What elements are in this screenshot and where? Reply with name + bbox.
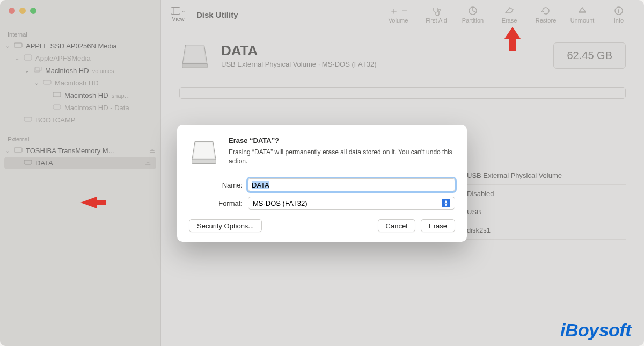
watermark-logo: iBoysoft	[560, 320, 631, 341]
chevron-down-icon: ⌄	[34, 80, 40, 86]
restore-button[interactable]: Restore	[530, 5, 561, 24]
container-icon	[24, 54, 32, 62]
format-label: Format:	[205, 199, 243, 207]
svg-rect-5	[53, 92, 61, 97]
external-disk-large-icon	[179, 40, 210, 71]
svg-rect-10	[171, 8, 180, 15]
sidebar-item-bootcamp[interactable]: BOOTCAMP	[0, 114, 160, 126]
svg-rect-16	[618, 10, 619, 13]
info-row: USB	[465, 203, 626, 221]
toolbar-label: Restore	[536, 17, 557, 24]
sidebar-toggle-icon: ⌄	[171, 7, 186, 15]
annotation-arrow-icon	[503, 27, 522, 51]
zoom-window-button[interactable]	[30, 8, 36, 14]
svg-rect-4	[43, 80, 51, 84]
svg-rect-1	[24, 55, 32, 60]
close-window-button[interactable]	[9, 8, 15, 14]
sidebar-item-macintosh-hd-container[interactable]: ⌄ Macintosh HD volumes	[0, 64, 160, 77]
info-row: Disabled	[465, 185, 626, 203]
format-select[interactable]: MS-DOS (FAT32) ▲▼	[248, 197, 455, 210]
dialog-title: Erase “DATA”?	[229, 136, 455, 145]
sidebar-item-label: Macintosh HD	[55, 79, 99, 87]
sidebar-item-label: APPLE SSD AP0256N Media	[26, 42, 117, 50]
sidebar-item-sublabel: snap…	[112, 92, 130, 99]
svg-rect-0	[14, 43, 22, 47]
first-aid-button[interactable]: First Aid	[421, 5, 452, 24]
sidebar-item-apple-ssd[interactable]: ⌄ APPLE SSD AP0256N Media	[0, 40, 160, 52]
sidebar-section-internal: Internal	[0, 27, 160, 40]
unmount-button[interactable]: Unmount	[567, 5, 598, 24]
sidebar: Internal ⌄ APPLE SSD AP0256N Media ⌄ App…	[0, 0, 161, 346]
plus-minus-icon: ＋ −	[389, 5, 407, 16]
svg-rect-7	[24, 117, 32, 121]
external-disk-icon	[14, 147, 23, 155]
external-volume-icon	[24, 159, 32, 167]
volume-icon	[53, 91, 61, 99]
chevron-down-icon: ⌄	[181, 8, 186, 13]
partition-button[interactable]: Partition	[457, 5, 488, 24]
chevron-down-icon: ⌄	[5, 148, 11, 154]
external-disk-large-icon	[189, 136, 219, 167]
info-button[interactable]: Info	[603, 5, 634, 24]
sidebar-item-macintosh-hd-data[interactable]: Macintosh HD - Data	[0, 102, 160, 114]
window-title: Disk Utility	[196, 10, 238, 19]
svg-rect-3	[36, 67, 41, 71]
view-menu-button[interactable]: ⌄ View	[171, 7, 186, 22]
sidebar-item-macintosh-hd-vol[interactable]: ⌄ Macintosh HD	[0, 77, 160, 89]
toolbar-label: First Aid	[426, 17, 447, 24]
erase-confirm-button[interactable]: Erase	[421, 219, 455, 232]
info-icon	[614, 5, 624, 16]
erase-button[interactable]: Erase	[494, 5, 525, 24]
window-traffic-lights[interactable]	[9, 8, 36, 14]
minimize-window-button[interactable]	[19, 8, 26, 14]
sidebar-item-label: Macintosh HD	[45, 67, 89, 75]
chevron-down-icon: ⌄	[15, 55, 20, 61]
info-row: disk2s1	[465, 221, 626, 240]
chevron-down-icon: ⌄	[25, 68, 30, 74]
sidebar-item-sublabel: volumes	[92, 68, 114, 74]
erase-dialog: Erase “DATA”? Erasing “DATA” will perman…	[177, 125, 467, 242]
sidebar-item-label: AppleAPFSMedia	[35, 54, 91, 62]
sidebar-item-toshiba[interactable]: ⌄ TOSHIBA TransMemory M… ⏏	[0, 145, 160, 157]
sidebar-item-label: TOSHIBA TransMemory M…	[26, 147, 115, 155]
pie-icon	[468, 5, 478, 16]
internal-disk-icon	[14, 42, 23, 50]
volume-add-remove-button[interactable]: ＋ − Volume	[381, 5, 415, 24]
annotation-arrow-icon	[80, 194, 106, 211]
svg-rect-2	[34, 68, 40, 72]
info-row: USB External Physical Volume	[465, 167, 626, 185]
sidebar-item-macintosh-hd-snap[interactable]: Macintosh HD snap…	[0, 89, 160, 102]
svg-rect-8	[14, 148, 22, 152]
select-arrows-icon: ▲▼	[442, 199, 450, 207]
toolbar-label: Info	[614, 17, 624, 24]
svg-point-12	[438, 9, 441, 11]
svg-point-15	[618, 9, 619, 10]
erase-icon	[504, 5, 515, 16]
toolbar-label: Partition	[462, 17, 484, 24]
sidebar-item-label: Macintosh HD	[64, 91, 108, 99]
sidebar-item-label: BOOTCAMP	[35, 116, 75, 124]
eject-icon[interactable]: ⏏	[149, 147, 155, 155]
volume-usage-bar	[179, 87, 626, 99]
volume-name-input[interactable]	[248, 178, 455, 191]
eject-icon	[578, 5, 587, 16]
svg-rect-6	[53, 105, 61, 109]
volume-icon	[24, 116, 32, 124]
toolbar-label: Volume	[389, 17, 408, 24]
toolbar-label: View	[172, 16, 185, 22]
volume-size: 62.45 GB	[553, 42, 626, 69]
sidebar-item-label: DATA	[35, 159, 53, 167]
toolbar-label: Erase	[502, 17, 517, 24]
sidebar-item-data[interactable]: DATA ⏏	[4, 157, 156, 169]
eject-icon[interactable]: ⏏	[145, 160, 151, 167]
toolbar-label: Unmount	[570, 17, 595, 24]
security-options-button[interactable]: Security Options...	[189, 219, 262, 232]
cancel-button[interactable]: Cancel	[378, 219, 415, 232]
svg-rect-18	[192, 160, 216, 163]
sidebar-item-apfs[interactable]: ⌄ AppleAPFSMedia	[0, 52, 160, 64]
volume-icon	[43, 79, 52, 87]
format-select-value: MS-DOS (FAT32)	[253, 199, 308, 207]
restore-icon	[541, 5, 551, 16]
volume-info-table: USB External Physical Volume Disabled US…	[465, 167, 626, 240]
toolbar: ⌄ View Disk Utility ＋ − Volume First Aid	[161, 0, 644, 29]
